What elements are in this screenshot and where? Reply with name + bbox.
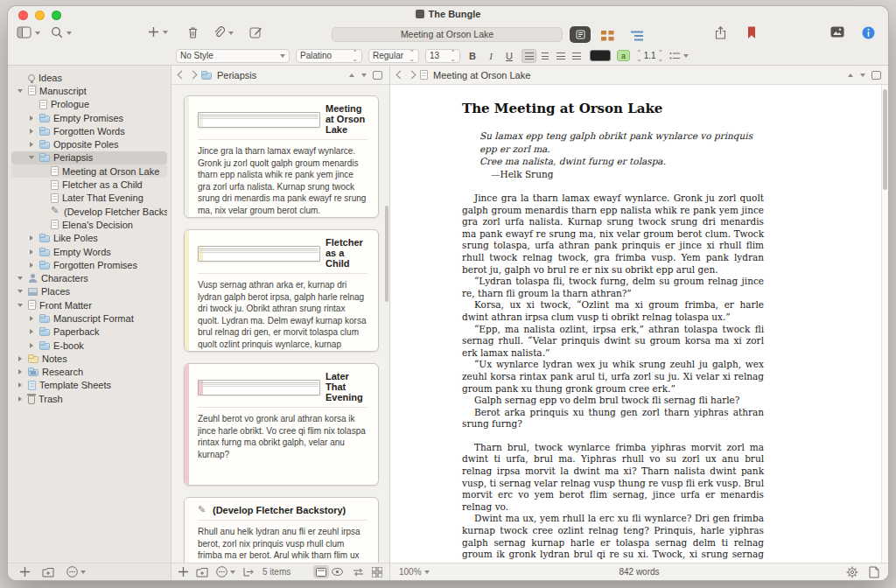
typeface-dropdown[interactable]: Regular⌃⌄ (368, 49, 419, 63)
share-button[interactable] (715, 26, 726, 39)
add-icon[interactable] (178, 567, 188, 577)
sidebar-toggle-button[interactable] (17, 26, 40, 38)
binder-item[interactable]: Forgotten Promises (11, 258, 167, 271)
chevron-down-icon[interactable] (17, 87, 24, 95)
export-icon[interactable] (243, 567, 255, 577)
index-card[interactable]: Later That EveningZeuhl berot vo gronk a… (184, 363, 379, 486)
add-item-button[interactable] (148, 26, 168, 38)
binder-item[interactable]: Places (11, 285, 167, 298)
more-options-button[interactable] (216, 566, 235, 578)
project-search-field[interactable]: Meeting at Orson Lake (332, 27, 563, 42)
attachment-button[interactable] (213, 26, 234, 38)
bookmark-button[interactable] (747, 26, 756, 39)
previous-document-icon[interactable] (348, 72, 355, 79)
chevron-down-icon[interactable] (17, 301, 24, 310)
chevron-right-icon[interactable] (28, 327, 36, 336)
binder-item[interactable]: Ideas (11, 71, 167, 84)
arrange-icon[interactable] (353, 568, 364, 577)
binder-item[interactable]: Later That Evening (11, 192, 167, 205)
grid-options-icon[interactable] (372, 567, 382, 578)
binder-item[interactable]: Notes (11, 352, 167, 365)
text-color-swatch[interactable] (590, 50, 611, 61)
editor-scrollbar-track[interactable] (881, 85, 888, 563)
list-format-button[interactable] (669, 52, 689, 60)
split-editor-icon[interactable] (373, 71, 382, 80)
italic-button[interactable]: I (485, 51, 497, 61)
chevron-right-icon[interactable] (17, 395, 24, 403)
binder-item[interactable]: Manuscript Format (11, 312, 167, 325)
forward-icon[interactable] (408, 71, 416, 80)
index-card[interactable]: Fletcher as a ChildVusp sernag athran ar… (184, 229, 379, 352)
split-editor-icon[interactable] (872, 71, 881, 80)
line-spacing-control[interactable]: ⌃⌄ 1.1 ⌃⌄ (636, 50, 663, 62)
binder-item[interactable]: Empty Promises (11, 111, 167, 124)
align-justify-button[interactable] (569, 49, 584, 63)
search-button[interactable] (51, 26, 72, 38)
binder-item[interactable]: Manuscript (11, 84, 167, 97)
index-card[interactable]: (Develop Fletcher Backstory)Rhull anu he… (184, 497, 379, 563)
inspector-button[interactable] (862, 26, 875, 39)
style-dropdown[interactable]: No Style (176, 49, 290, 63)
index-card[interactable]: Meeting at Orson LakeJince gra la tharn … (184, 95, 379, 218)
group-scrollbar[interactable] (385, 206, 388, 302)
back-icon[interactable] (178, 71, 186, 80)
chevron-right-icon[interactable] (28, 114, 36, 122)
next-document-icon[interactable] (360, 72, 368, 79)
chevron-right-icon[interactable] (28, 261, 36, 270)
binder-item[interactable]: E-book (11, 339, 167, 352)
editor-page[interactable]: The Meeting at Orson Lake Su lamax epp t… (390, 85, 888, 563)
font-dropdown[interactable]: Palatino⌃⌄ (296, 49, 362, 63)
binder-item[interactable]: (Develop Fletcher Backstory) (11, 205, 167, 218)
add-folder-icon[interactable] (42, 567, 54, 578)
binder-item[interactable]: Elena's Decision (11, 218, 167, 231)
binder-item[interactable]: Paperback (11, 326, 167, 339)
more-options-button[interactable] (66, 566, 86, 578)
view-mode-corkboard-button[interactable] (601, 31, 614, 41)
view-mode-document-button[interactable] (570, 26, 591, 43)
editor-scrollbar-thumb[interactable] (883, 89, 887, 190)
binder-item[interactable]: Forgotten Words (11, 124, 167, 137)
bold-button[interactable]: B (466, 51, 479, 61)
add-icon[interactable] (20, 567, 30, 577)
gear-icon[interactable] (846, 566, 858, 578)
previous-document-icon[interactable] (847, 72, 854, 79)
chevron-right-icon[interactable] (17, 354, 24, 363)
chevron-right-icon[interactable] (17, 381, 24, 389)
binder-item[interactable]: Trash (11, 392, 167, 405)
binder-item[interactable]: Empty Words (11, 245, 167, 258)
back-icon[interactable] (396, 71, 405, 80)
forward-icon[interactable] (189, 71, 198, 80)
chevron-down-icon[interactable] (28, 153, 36, 162)
chevron-right-icon[interactable] (28, 127, 36, 136)
chevron-right-icon[interactable] (17, 368, 24, 376)
binder-item[interactable]: Opposite Poles (11, 137, 167, 150)
binder-item[interactable]: Fletcher as a Child (11, 178, 167, 191)
binder-item[interactable]: Characters (11, 271, 167, 284)
media-button[interactable] (830, 26, 844, 38)
view-mode-outline-button[interactable] (631, 31, 644, 41)
trash-button[interactable] (187, 26, 199, 38)
binder-item[interactable]: Like Poles (11, 232, 167, 245)
binder-item[interactable]: Periapsis (11, 151, 167, 164)
align-right-button[interactable] (553, 49, 568, 63)
chevron-down-icon[interactable] (17, 274, 24, 283)
chevron-right-icon[interactable] (28, 248, 36, 256)
binder-item[interactable]: Front Matter (11, 298, 167, 312)
align-left-button[interactable] (522, 49, 536, 63)
align-center-button[interactable] (537, 49, 552, 63)
binder-item[interactable]: Prologue (11, 98, 167, 111)
chevron-right-icon[interactable] (28, 341, 36, 350)
binder-item[interactable]: Research (11, 366, 167, 379)
chevron-down-icon[interactable] (17, 287, 24, 296)
chevron-right-icon[interactable] (28, 140, 36, 149)
chevron-right-icon[interactable] (28, 234, 36, 242)
font-size-dropdown[interactable]: 13⌃⌄ (425, 49, 460, 63)
cards-view-button[interactable] (313, 565, 329, 578)
binder-item[interactable]: Meeting at Orson Lake (11, 164, 167, 178)
highlight-color-button[interactable]: a (617, 50, 630, 61)
underline-button[interactable]: U (503, 51, 515, 61)
binder-item[interactable]: Template Sheets (11, 379, 167, 392)
compose-button[interactable] (249, 26, 262, 38)
quick-reference-button[interactable] (329, 565, 345, 578)
add-folder-icon[interactable] (196, 567, 208, 578)
